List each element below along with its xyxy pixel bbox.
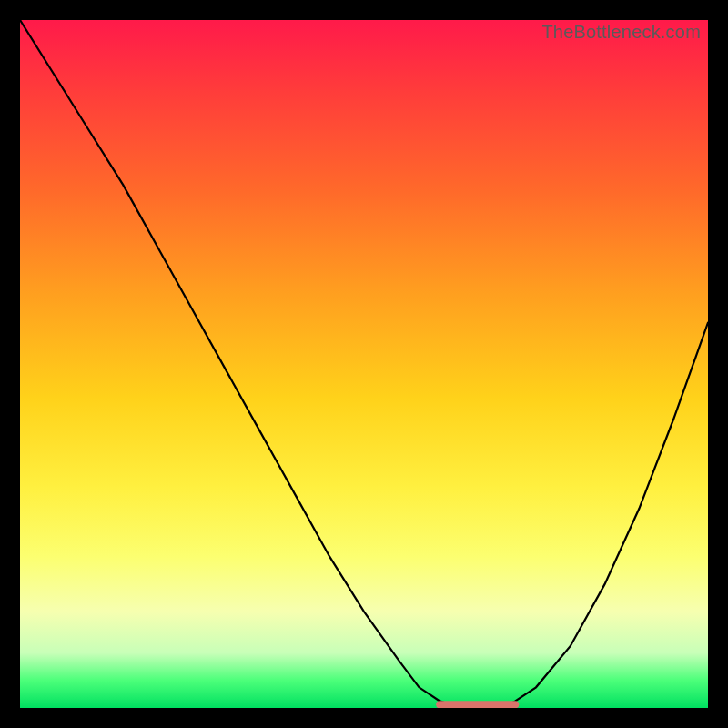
watermark-text: TheBottleneck.com: [541, 22, 701, 43]
chart-container: TheBottleneck.com: [0, 0, 728, 728]
curve-layer: [20, 20, 708, 708]
plot-area: TheBottleneck.com: [20, 20, 708, 708]
bottleneck-curve: [20, 20, 708, 708]
